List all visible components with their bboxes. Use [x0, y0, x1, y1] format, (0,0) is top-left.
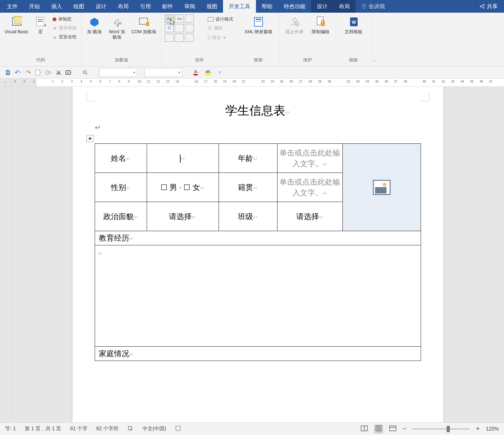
- highlight-button[interactable]: ab▾: [203, 69, 214, 76]
- picture-control-icon[interactable]: [185, 15, 194, 23]
- redo-button[interactable]: ↷: [24, 68, 32, 77]
- properties-button: ☰属性: [207, 25, 234, 32]
- restrict-editing-button[interactable]: 限制编辑: [309, 15, 333, 36]
- status-page[interactable]: 第 1 页，共 1 页: [25, 426, 61, 432]
- lightbulb-icon: [361, 3, 367, 9]
- vba-icon: [11, 16, 22, 28]
- label-name: 姓名: [111, 154, 126, 162]
- status-language[interactable]: 中文(中国): [143, 426, 166, 432]
- tab-help[interactable]: 帮助: [256, 0, 278, 13]
- font-size-combo[interactable]: ▾: [144, 68, 182, 77]
- tab-table-layout[interactable]: 布局: [333, 0, 355, 13]
- macro-security-button[interactable]: ▲宏安全性: [51, 34, 78, 41]
- ruler-corner[interactable]: ⌐: [0, 79, 11, 86]
- tab-developer[interactable]: 开发工具: [223, 0, 256, 13]
- tab-review[interactable]: 审阅: [179, 0, 201, 13]
- tab-special[interactable]: 特色功能: [278, 0, 311, 13]
- age-placeholder[interactable]: 单击或点击此处输入文字。↵: [278, 148, 342, 169]
- vertical-ruler[interactable]: [0, 87, 11, 422]
- origin-placeholder[interactable]: 单击或点击此处输入文字。↵: [278, 177, 342, 198]
- table-move-handle[interactable]: ✥: [86, 135, 93, 142]
- tell-me-label: 告诉我: [369, 3, 385, 10]
- class-select[interactable]: 请选择: [296, 212, 319, 221]
- font-color-button[interactable]: A▾: [191, 69, 201, 76]
- vba-label: Visual Basic: [4, 29, 29, 35]
- sex-options[interactable]: ☐ 男 · ☐ 女: [161, 183, 200, 192]
- visual-basic-button[interactable]: Visual Basic: [3, 15, 30, 36]
- legacy-tools-icon[interactable]: [185, 34, 194, 42]
- tab-home[interactable]: 开始: [23, 0, 46, 13]
- political-select[interactable]: 请选择: [169, 212, 192, 221]
- read-mode-button[interactable]: [361, 426, 368, 432]
- education-content[interactable]: ↵: [98, 250, 103, 257]
- tab-mailings[interactable]: 邮件: [156, 0, 179, 13]
- macro-icon: [35, 16, 46, 28]
- xml-mapping-button[interactable]: XML 映射窗格: [241, 15, 276, 36]
- status-chars[interactable]: 62 个字符: [96, 426, 118, 432]
- repeating-control-icon[interactable]: [175, 34, 184, 42]
- save-button[interactable]: [4, 68, 12, 77]
- print-layout-button[interactable]: [374, 425, 383, 433]
- status-section[interactable]: 节: 1: [5, 426, 16, 432]
- tab-layout[interactable]: 布局: [112, 0, 134, 13]
- scissors-icon: [56, 70, 61, 75]
- search-icon: [82, 70, 88, 75]
- qat-find-button[interactable]: [81, 68, 89, 77]
- content-controls-gallery[interactable]: Aa Aa ☑: [165, 15, 194, 42]
- tab-file[interactable]: 文件: [1, 0, 23, 13]
- label-class: 班级: [238, 212, 253, 221]
- qat-new-button[interactable]: ▾: [34, 68, 42, 77]
- combo-control-icon[interactable]: [175, 24, 184, 32]
- plain-text-control-icon[interactable]: Aa: [175, 15, 184, 23]
- dropdown-control-icon[interactable]: [185, 24, 194, 32]
- tab-references[interactable]: 引用: [134, 0, 156, 13]
- qat-more-button[interactable]: ▾: [215, 68, 224, 77]
- block-authors-button: 阻止作者: [283, 15, 307, 36]
- tab-design[interactable]: 设计: [90, 0, 112, 13]
- record-macro-button[interactable]: 录制宏: [51, 16, 78, 23]
- xml-mapping-label: XML 映射窗格: [245, 29, 272, 35]
- undo-button[interactable]: ↶▾: [14, 68, 22, 77]
- spellcheck-icon[interactable]: [127, 426, 134, 432]
- horizontal-ruler[interactable]: ⌐ 32112345678910111213141617181920212324…: [0, 79, 504, 87]
- macros-button[interactable]: 宏: [32, 15, 49, 36]
- tab-table-design[interactable]: 设计: [311, 0, 333, 13]
- document-scroll[interactable]: 学生信息表↵ ↵ ✥ 姓名↵ ↵ 年龄↵ 单击或点击此处输入文字。↵: [11, 87, 504, 422]
- qat-textbox-button[interactable]: A▾: [65, 68, 73, 77]
- status-bar: 节: 1 第 1 页，共 1 页 61 个字 62 个字符 中文(中国) − +…: [0, 422, 504, 435]
- zoom-out-button[interactable]: −: [403, 425, 406, 432]
- tab-draw[interactable]: 绘图: [68, 0, 90, 13]
- web-layout-button[interactable]: [389, 426, 396, 432]
- zoom-in-button[interactable]: +: [476, 425, 480, 432]
- word-addins-button[interactable]: Word 加载项: [106, 15, 128, 42]
- qat-cut-button[interactable]: [54, 68, 63, 77]
- collapse-ribbon-button[interactable]: ˄: [371, 13, 378, 66]
- label-sex: 性别: [111, 183, 126, 192]
- date-control-icon[interactable]: [165, 34, 174, 42]
- design-mode-button[interactable]: 设计模式: [207, 16, 234, 23]
- addins-button[interactable]: 加 载项: [85, 15, 104, 36]
- picture-content-control[interactable]: [343, 146, 421, 229]
- zoom-level[interactable]: 120%: [486, 426, 499, 432]
- share-button[interactable]: 共享: [479, 3, 498, 10]
- qat-insert-button[interactable]: ▾: [44, 68, 53, 77]
- zoom-slider-knob[interactable]: [447, 426, 450, 432]
- macro-record-icon[interactable]: [175, 426, 181, 432]
- svg-rect-15: [256, 19, 261, 20]
- document-title: 学生信息表↵: [95, 103, 421, 119]
- table-row: ↵: [95, 245, 421, 347]
- zoom-slider[interactable]: [412, 428, 469, 430]
- tab-view[interactable]: 视图: [201, 0, 223, 13]
- save-icon: [5, 70, 11, 75]
- font-name-combo[interactable]: ▾: [99, 68, 137, 77]
- document-template-button[interactable]: W 文档模板: [339, 15, 368, 36]
- svg-point-30: [83, 71, 86, 73]
- group-control-button: ⌸组合▾: [207, 34, 234, 42]
- tab-insert[interactable]: 插入: [46, 0, 68, 13]
- student-info-table[interactable]: 姓名↵ ↵ 年龄↵ 单击或点击此处输入文字。↵ 性别↵ ☐ 男 · ☐ 女↵: [95, 143, 421, 361]
- margin-guide-tr: [420, 92, 429, 101]
- status-words[interactable]: 61 个字: [70, 426, 87, 432]
- com-addins-button[interactable]: COM 加载项: [130, 15, 158, 36]
- page[interactable]: 学生信息表↵ ↵ ✥ 姓名↵ ↵ 年龄↵ 单击或点击此处输入文字。↵: [73, 87, 443, 422]
- tell-me[interactable]: 告诉我: [355, 0, 391, 13]
